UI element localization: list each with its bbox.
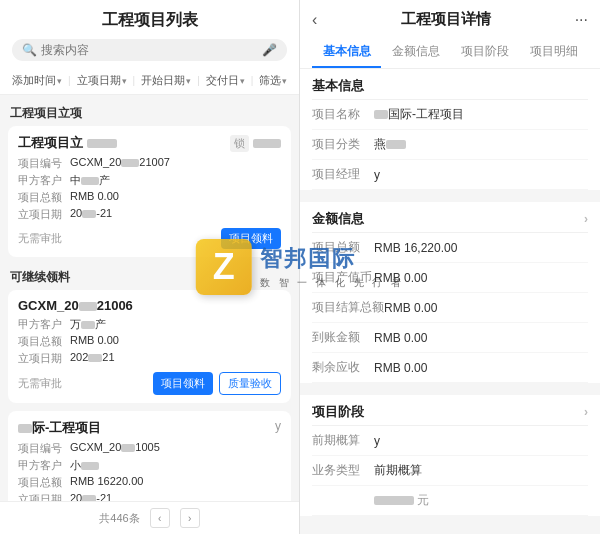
card1-title: 工程项目立 xyxy=(18,134,226,152)
info-row-project-manager: 项目经理 y xyxy=(312,160,588,190)
section1-label: 工程项目立项 xyxy=(8,101,291,126)
prev-page-btn[interactable]: ‹ xyxy=(150,508,170,528)
left-content: 工程项目立项 工程项目立 锁 项目编号 GCXM_2021007 甲方客户 中产… xyxy=(0,95,299,501)
tab-amount-info[interactable]: 金额信息 xyxy=(381,37,450,68)
card1-tag: 锁 xyxy=(230,135,249,152)
tab-project-detail[interactable]: 项目明细 xyxy=(519,37,588,68)
section2-label: 可继续领料 xyxy=(8,265,291,290)
tab-bar: 基本信息 金额信息 项目阶段 项目明细 xyxy=(312,37,588,68)
next-page-btn[interactable]: › xyxy=(180,508,200,528)
amount-section-arrow[interactable]: › xyxy=(584,212,588,226)
phase-section: 项目阶段 › 前期概算 y 业务类型 前期概算 元 xyxy=(300,395,600,516)
more-icon[interactable]: ··· xyxy=(575,11,588,29)
left-footer: 共446条 ‹ › xyxy=(0,501,299,534)
card3-tag-y: y xyxy=(275,419,281,433)
filter-add-time[interactable]: 添加时间 ▾ xyxy=(12,73,62,88)
info-row-business-type: 业务类型 前期概算 xyxy=(312,456,588,486)
phase-section-title: 项目阶段 xyxy=(312,403,364,421)
amount-info-section: 金额信息 › 项目总额 RMB 16,220.00 项目产值币 RMB 0.00… xyxy=(300,202,600,383)
tab-basic-info[interactable]: 基本信息 xyxy=(312,37,381,68)
info-row-received: 到账金额 RMB 0.00 xyxy=(312,323,588,353)
card2-btn-quality[interactable]: 质量验收 xyxy=(219,372,281,395)
project-card-3[interactable]: y 际-工程项目 项目编号 GCXM_201005 甲方客户 小 项目总额 RM… xyxy=(8,411,291,501)
card1-btn-material[interactable]: 项目领料 xyxy=(221,228,281,249)
filter-screen[interactable]: 筛选 ▾ xyxy=(259,73,287,88)
info-row-project-class: 项目分类 燕 xyxy=(312,130,588,160)
filter-project-date[interactable]: 立项日期 ▾ xyxy=(77,73,127,88)
project-card-2[interactable]: GCXM_2021006 甲方客户 万产 项目总额 RMB 0.00 立项日期 … xyxy=(8,290,291,403)
card2-title: GCXM_2021006 xyxy=(18,298,281,313)
search-bar[interactable]: 🔍 🎤 xyxy=(12,39,287,61)
filter-start-date[interactable]: 开始日期 ▾ xyxy=(141,73,191,88)
info-row-settlement: 项目结算总额 RMB 0.00 xyxy=(312,293,588,323)
card1-audit: 无需审批 xyxy=(18,231,62,246)
left-panel: 工程项目列表 🔍 🎤 添加时间 ▾ | 立项日期 ▾ | 开始日期 ▾ | 交付… xyxy=(0,0,300,534)
project-card-1[interactable]: 工程项目立 锁 项目编号 GCXM_2021007 甲方客户 中产 项目总额 R… xyxy=(8,126,291,257)
basic-info-section: 基本信息 项目名称 国际-工程项目 项目分类 燕 项目经理 y xyxy=(300,69,600,190)
search-input[interactable] xyxy=(41,43,262,57)
filter-bar: 添加时间 ▾ | 立项日期 ▾ | 开始日期 ▾ | 交付日 ▾ | 筛选 ▾ xyxy=(12,69,287,94)
left-title: 工程项目列表 xyxy=(12,10,287,39)
info-row-remaining: 剩余应收 RMB 0.00 xyxy=(312,353,588,383)
info-row-early-estimate: 前期概算 y xyxy=(312,426,588,456)
basic-section-title: 基本信息 xyxy=(312,77,364,95)
right-title: 工程项目详情 xyxy=(317,10,574,29)
right-header: ‹ 工程项目详情 ··· 基本信息 金额信息 项目阶段 项目明细 xyxy=(300,0,600,69)
card2-btn-material[interactable]: 项目领料 xyxy=(153,372,213,395)
card2-audit: 无需审批 xyxy=(18,376,62,391)
info-row-output: 项目产值币 RMB 0.00 xyxy=(312,263,588,293)
left-header: 工程项目列表 🔍 🎤 添加时间 ▾ | 立项日期 ▾ | 开始日期 ▾ | 交付… xyxy=(0,0,299,95)
amount-section-title: 金额信息 xyxy=(312,210,364,228)
total-count: 共446条 xyxy=(99,511,139,526)
card3-title: 际-工程项目 xyxy=(18,419,281,437)
phase-section-arrow[interactable]: › xyxy=(584,405,588,419)
info-row-total: 项目总额 RMB 16,220.00 xyxy=(312,233,588,263)
filter-delivery-date[interactable]: 交付日 ▾ xyxy=(206,73,245,88)
right-panel: ‹ 工程项目详情 ··· 基本信息 金额信息 项目阶段 项目明细 基本信息 项目… xyxy=(300,0,600,534)
tab-project-phase[interactable]: 项目阶段 xyxy=(450,37,519,68)
info-row-extra: 元 xyxy=(312,486,588,516)
search-icon: 🔍 xyxy=(22,43,37,57)
right-content: 基本信息 项目名称 国际-工程项目 项目分类 燕 项目经理 y xyxy=(300,69,600,534)
info-row-project-name: 项目名称 国际-工程项目 xyxy=(312,100,588,130)
mic-icon: 🎤 xyxy=(262,43,277,57)
